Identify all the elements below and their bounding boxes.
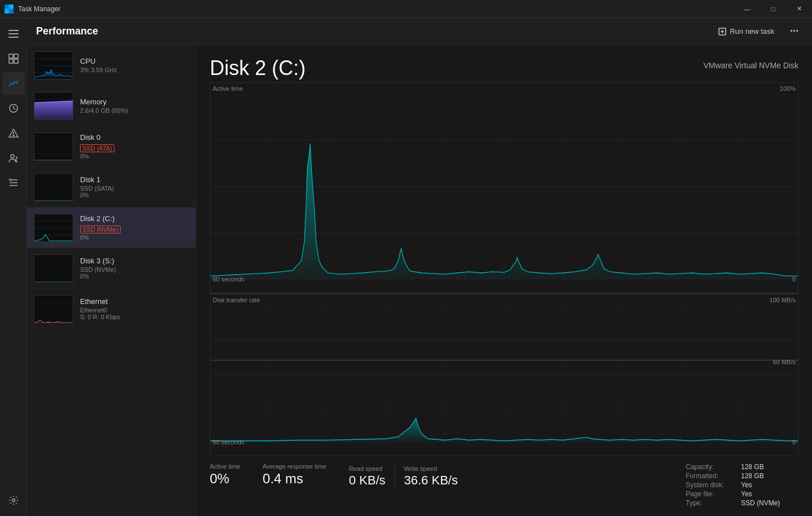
chart2-label: Disk transfer rate	[213, 297, 260, 303]
device-list[interactable]: CPU 3% 3.59 GHz	[27, 45, 196, 516]
device-item-disk2[interactable]: Disk 2 (C:) SSD (NVMe) 0%	[27, 208, 196, 248]
active-time-chart: Active time 100%	[210, 82, 798, 293]
stat-write-speed: Write speed 36.6 KB/s	[404, 463, 467, 490]
svg-rect-6	[8, 37, 19, 38]
ethernet-name: Ethernet	[80, 297, 189, 306]
memory-name: Memory	[80, 98, 189, 106]
sidebar-overview[interactable]	[2, 47, 25, 70]
svg-marker-30	[34, 101, 73, 120]
cpu-name: CPU	[80, 57, 189, 65]
disk2-info: Disk 2 (C:) SSD (NVMe) 0%	[80, 214, 189, 241]
minimize-button[interactable]: —	[734, 0, 760, 18]
device-item-disk3[interactable]: Disk 3 (S:) SSD (NVMe) 0%	[27, 248, 196, 289]
stat-speeds: Read speed 0 KB/s Write speed 36.6 KB/s	[349, 463, 476, 507]
cap-row-type: Type: SSD (NVMe)	[686, 499, 798, 507]
memory-thumbnail	[34, 92, 73, 120]
disk3-info: Disk 3 (S:) SSD (NVMe) 0%	[80, 257, 189, 280]
disk2-usage: 0%	[80, 234, 189, 241]
sidebar-details[interactable]	[2, 171, 25, 194]
stat-active-time: Active time 0%	[210, 463, 240, 507]
cap-row-system-disk: System disk: Yes	[686, 481, 798, 489]
header-actions: Run new task ···	[714, 23, 803, 39]
cap-row-formatted: Formatted: 128 GB	[686, 472, 798, 480]
avg-response-value: 0.4 ms	[263, 471, 326, 487]
disk3-usage: 0%	[80, 273, 189, 280]
header-title: Performance	[36, 25, 98, 37]
content-area: CPU 3% 3.59 GHz	[27, 45, 812, 516]
type-label: Type:	[686, 499, 736, 507]
disk2-type: SSD (NVMe)	[80, 226, 121, 233]
device-item-disk1[interactable]: Disk 1 SSD (SATA) 0%	[27, 167, 196, 208]
titlebar-controls: — □ ✕	[734, 0, 812, 18]
chart2-line-label: 60 MB/s	[773, 359, 796, 365]
sidebar-history[interactable]	[2, 97, 25, 120]
titlebar-title: Task Manager	[18, 5, 60, 13]
cpu-sub: 3% 3.59 GHz	[80, 67, 189, 73]
memory-info: Memory 2.6/4.0 GB (65%)	[80, 98, 189, 114]
ethernet-info: Ethernet Ethernet0 S: 0 R: 0 Kbps	[80, 297, 189, 320]
run-new-task-label: Run new task	[730, 27, 774, 36]
system-disk-value: Yes	[741, 481, 752, 489]
cpu-info: CPU 3% 3.59 GHz	[80, 57, 189, 73]
svg-rect-1	[10, 5, 14, 8]
header: Performance Run new task ···	[27, 18, 812, 45]
svg-point-20	[12, 499, 15, 502]
formatted-label: Formatted:	[686, 472, 736, 480]
cap-row-page-file: Page file: Yes	[686, 490, 798, 498]
avg-response-label: Average response time	[263, 463, 326, 470]
page-file-label: Page file:	[686, 490, 736, 498]
stat-avg-response: Average response time 0.4 ms	[263, 463, 326, 507]
chart1-label: Active time	[213, 85, 243, 92]
device-item-cpu[interactable]: CPU 3% 3.59 GHz	[27, 45, 196, 86]
ethernet-thumbnail	[34, 295, 73, 323]
sidebar-users[interactable]	[2, 147, 25, 169]
svg-rect-8	[14, 54, 18, 58]
capacity-table: Capacity: 128 GB Formatted: 128 GB Syste…	[686, 463, 798, 507]
detail-subtitle: VMware Virtual NVMe Disk	[703, 61, 798, 70]
svg-rect-5	[8, 33, 19, 34]
detail-title: Disk 2 (C:)	[210, 56, 306, 80]
detail-header: Disk 2 (C:) VMware Virtual NVMe Disk	[210, 56, 798, 80]
svg-rect-7	[9, 54, 13, 58]
chart2-max: 100 MB/s	[770, 297, 796, 303]
disk0-type: SSD (ATA)	[80, 144, 114, 152]
stat-read-speed: Read speed 0 KB/s	[349, 463, 395, 490]
stat-speeds-pair: Read speed 0 KB/s Write speed 36.6 KB/s	[349, 463, 476, 490]
svg-point-15	[11, 155, 14, 158]
icon-sidebar	[0, 18, 27, 516]
disk0-info: Disk 0 SSD (ATA) 0%	[80, 133, 189, 160]
page-file-value: Yes	[741, 490, 752, 498]
svg-rect-3	[10, 10, 14, 14]
app-body: Performance Run new task ···	[0, 18, 812, 516]
read-speed-value: 0 KB/s	[349, 473, 386, 488]
capacity-label: Capacity:	[686, 463, 736, 471]
transfer-rate-chart: Disk transfer rate 100 MB/s	[210, 294, 798, 456]
more-options-button[interactable]: ···	[785, 23, 803, 39]
disk0-name: Disk 0	[80, 133, 189, 142]
sidebar-performance[interactable]	[2, 72, 25, 95]
device-item-disk0[interactable]: Disk 0 SSD (ATA) 0%	[27, 126, 196, 167]
device-item-memory[interactable]: Memory 2.6/4.0 GB (65%)	[27, 86, 196, 126]
sidebar-startup[interactable]	[2, 122, 25, 144]
run-new-task-button[interactable]: Run new task	[714, 25, 779, 38]
main-layout: Performance Run new task ···	[27, 18, 812, 516]
ethernet-speed: S: 0 R: 0 Kbps	[80, 314, 189, 320]
disk1-usage: 0%	[80, 192, 189, 199]
disk2-name: Disk 2 (C:)	[80, 214, 189, 223]
close-button[interactable]: ✕	[786, 0, 812, 18]
active-time-value: 0%	[210, 471, 240, 487]
capacity-value: 128 GB	[741, 463, 764, 471]
disk3-thumbnail	[34, 254, 73, 283]
memory-sub: 2.6/4.0 GB (65%)	[80, 107, 189, 114]
disk2-thumbnail	[34, 214, 73, 242]
svg-rect-9	[9, 59, 13, 63]
device-item-ethernet[interactable]: Ethernet Ethernet0 S: 0 R: 0 Kbps	[27, 289, 196, 329]
sidebar-settings[interactable]	[2, 489, 25, 511]
chart1-min: 0	[792, 276, 796, 283]
svg-point-14	[13, 135, 14, 136]
titlebar: Task Manager — □ ✕	[0, 0, 812, 18]
sidebar-hamburger[interactable]	[2, 23, 25, 45]
chart2-time: 60 seconds	[213, 439, 244, 446]
maximize-button[interactable]: □	[760, 0, 786, 18]
svg-rect-2	[5, 10, 8, 14]
